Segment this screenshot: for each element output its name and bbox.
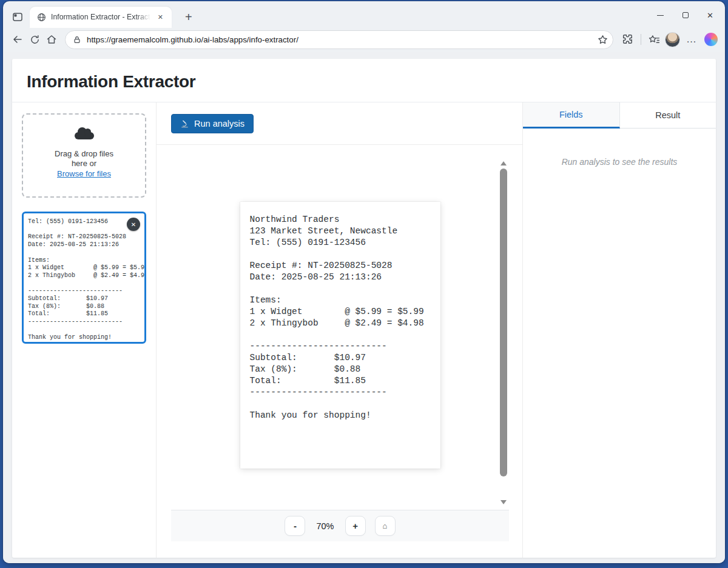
remove-file-button[interactable]: ✕ (127, 218, 140, 231)
home-button[interactable] (43, 32, 60, 47)
browser-tab-bar: Information Extractor - Extract dat ✕ + … (3, 1, 725, 29)
back-button[interactable] (9, 32, 26, 47)
results-tabs: Fields Result (523, 102, 716, 129)
browser-tab[interactable]: Information Extractor - Extract dat ✕ (30, 7, 172, 28)
globe-icon (37, 13, 46, 22)
zoom-in-button[interactable]: + (345, 516, 366, 536)
browse-files-link[interactable]: Browse for files (57, 169, 111, 179)
thumbnail-receipt-text: Tel: (555) 0191-123456 Receipt #: NT-202… (28, 218, 140, 341)
results-placeholder: Run analysis to see the results (523, 157, 716, 167)
app-card: Information Extractor Drag & drop files … (12, 59, 716, 558)
close-icon: ✕ (707, 11, 713, 20)
reset-zoom-icon: ⌂ (383, 521, 388, 530)
extensions-icon (622, 34, 633, 45)
tab-title: Information Extractor - Extract dat (51, 13, 150, 21)
tab-close-icon[interactable]: ✕ (155, 12, 166, 22)
dropzone-text-line1: Drag & drop files (55, 149, 113, 159)
browser-toolbar: https://graememalcolm.github.io/ai-labs/… (3, 29, 725, 52)
zoom-out-button[interactable]: - (285, 516, 305, 536)
back-icon (12, 34, 23, 45)
tab-actions-icon (12, 12, 23, 22)
minimize-button[interactable] (648, 6, 673, 24)
preview-scrollbar[interactable] (499, 161, 508, 504)
favorite-star-icon[interactable] (598, 35, 608, 45)
lock-icon (73, 35, 81, 44)
file-thumbnail[interactable]: Tel: (555) 0191-123456 Receipt #: NT-202… (22, 212, 146, 344)
tab-fields[interactable]: Fields (523, 102, 620, 129)
window-controls: ✕ (648, 6, 723, 24)
new-tab-button[interactable]: + (181, 10, 196, 24)
receipt-text: Northwind Traders 123 Market Street, New… (250, 214, 431, 421)
preview-column: Run analysis Northwind Traders 123 Marke… (157, 102, 523, 558)
upload-cloud-icon (75, 132, 94, 139)
minimize-icon (657, 15, 664, 16)
remove-file-icon: ✕ (131, 221, 136, 228)
reset-zoom-button[interactable]: ⌂ (375, 516, 396, 536)
close-button[interactable]: ✕ (698, 6, 723, 24)
settings-menu-button[interactable]: … (682, 33, 701, 45)
page-background: Information Extractor Drag & drop files … (3, 52, 725, 563)
microscope-icon (180, 119, 189, 129)
url-text[interactable]: https://graememalcolm.github.io/ai-labs/… (87, 35, 598, 44)
dropzone-text-line2: here or (72, 159, 96, 169)
home-icon (46, 34, 57, 45)
run-analysis-label: Run analysis (194, 119, 244, 129)
maximize-button[interactable] (673, 6, 698, 24)
zoom-controls: - 70% + ⌂ (171, 510, 509, 541)
favorites-button[interactable] (645, 32, 662, 47)
profile-avatar[interactable] (665, 32, 680, 47)
scroll-down-icon[interactable] (500, 500, 507, 504)
extensions-button[interactable] (619, 32, 636, 47)
analysis-toolbar: Run analysis (157, 102, 522, 145)
app-header: Information Extractor (12, 59, 716, 102)
receipt-document: Northwind Traders 123 Market Street, New… (240, 202, 440, 469)
address-bar[interactable]: https://graememalcolm.github.io/ai-labs/… (65, 30, 613, 49)
scrollbar-thumb[interactable] (500, 169, 507, 476)
refresh-icon (30, 35, 40, 45)
browser-window: Information Extractor - Extract dat ✕ + … (3, 1, 725, 563)
maximize-icon (682, 12, 689, 18)
preview-viewport[interactable]: Northwind Traders 123 Market Street, New… (171, 153, 509, 510)
file-sidebar: Drag & drop files here or Browse for fil… (12, 102, 157, 558)
results-panel: Fields Result Run analysis to see the re… (523, 102, 716, 558)
document-preview: Northwind Traders 123 Market Street, New… (171, 153, 509, 541)
zoom-level: 70% (316, 521, 334, 531)
run-analysis-button[interactable]: Run analysis (171, 114, 254, 133)
toolbar-separator (641, 34, 641, 45)
tab-actions-button[interactable] (9, 9, 25, 25)
favorites-list-icon (649, 35, 660, 45)
refresh-button[interactable] (26, 32, 43, 47)
file-dropzone[interactable]: Drag & drop files here or Browse for fil… (22, 113, 146, 198)
tab-result[interactable]: Result (620, 102, 716, 129)
copilot-icon[interactable] (704, 33, 718, 46)
scroll-up-icon[interactable] (500, 161, 507, 165)
page-title: Information Extractor (27, 72, 701, 92)
